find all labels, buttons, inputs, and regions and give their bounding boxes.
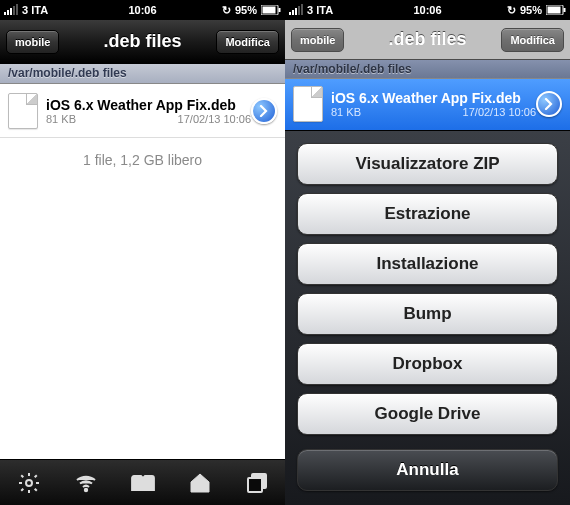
file-row: iOS 6.x Weather App Fix.deb 81 KB 17/02/… [285,79,570,130]
summary-label: 1 file, 1,2 GB libero [0,152,285,168]
action-sheet: Visualizzatore ZIP Estrazione Installazi… [285,130,570,505]
file-name: iOS 6.x Weather App Fix.deb [46,97,251,113]
signal-icon [4,5,18,15]
carrier-label: 3 ITA [22,4,48,16]
file-row[interactable]: iOS 6.x Weather App Fix.deb 81 KB 17/02/… [0,84,285,138]
page-title: .deb files [103,31,181,52]
sheet-install[interactable]: Installazione [297,243,558,285]
nav-bar: mobile .deb files Modifica [0,20,285,64]
action-sheet-overlay: mobile .deb files Modifica /var/mobile/.… [285,20,570,505]
detail-disclosure-button [536,91,562,117]
screen-left: 3 ITA 10:06 ↻ 95% mobile .deb files Modi… [0,0,285,505]
file-size: 81 KB [46,113,76,125]
page-title: .deb files [388,29,466,50]
path-bar: /var/mobile/.deb files [0,64,285,84]
back-button[interactable]: mobile [6,30,59,54]
wifi-icon[interactable] [66,463,106,503]
svg-rect-2 [279,8,281,12]
windows-icon[interactable] [237,463,277,503]
sheet-cancel[interactable]: Annulla [297,449,558,491]
battery-icon [261,5,281,15]
svg-point-4 [84,488,86,490]
nav-bar: mobile .deb files Modifica [285,20,570,60]
edit-button[interactable]: Modifica [216,30,279,54]
edit-button: Modifica [501,28,564,52]
battery-icon [546,5,566,15]
svg-rect-8 [548,7,561,14]
path-bar: /var/mobile/.deb files [285,60,570,79]
lock-orientation-icon: ↻ [507,4,516,17]
settings-icon[interactable] [9,463,49,503]
screen-right: 3 ITA 10:06 ↻ 95% mobile .deb files Modi… [285,0,570,505]
clock: 10:06 [413,4,441,16]
file-date: 17/02/13 10:06 [178,113,251,125]
sheet-dropbox[interactable]: Dropbox [297,343,558,385]
sheet-zip-viewer[interactable]: Visualizzatore ZIP [297,143,558,185]
sheet-google-drive[interactable]: Google Drive [297,393,558,435]
status-bar: 3 ITA 10:06 ↻ 95% [285,0,570,20]
detail-disclosure-button[interactable] [251,98,277,124]
status-bar: 3 ITA 10:06 ↻ 95% [0,0,285,20]
carrier-label: 3 ITA [307,4,333,16]
file-icon [293,86,323,122]
sheet-extract[interactable]: Estrazione [297,193,558,235]
file-name: iOS 6.x Weather App Fix.deb [331,90,536,106]
clock: 10:06 [128,4,156,16]
home-icon[interactable] [180,463,220,503]
battery-pct: 95% [520,4,542,16]
file-date: 17/02/13 10:06 [463,106,536,118]
signal-icon [289,5,303,15]
svg-rect-1 [263,7,276,14]
battery-pct: 95% [235,4,257,16]
file-size: 81 KB [331,106,361,118]
sheet-bump[interactable]: Bump [297,293,558,335]
back-button: mobile [291,28,344,52]
lock-orientation-icon: ↻ [222,4,231,17]
svg-rect-6 [248,478,262,492]
bottom-toolbar [0,459,285,505]
file-icon [8,93,38,129]
bookmarks-icon[interactable] [123,463,163,503]
svg-point-3 [26,480,32,486]
svg-rect-9 [564,8,566,12]
